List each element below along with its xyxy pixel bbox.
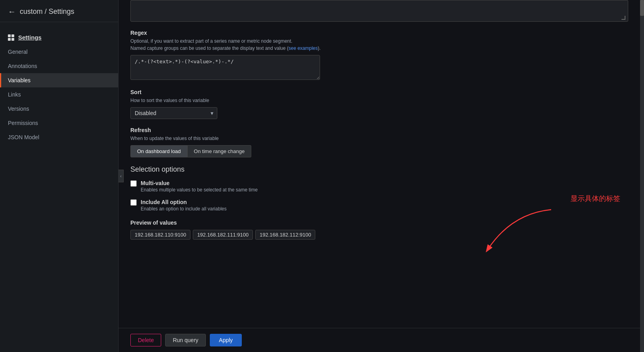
bottom-toolbar: Delete Run query Apply — [119, 328, 640, 352]
preview-title: Preview of values — [130, 220, 628, 226]
multi-value-desc: Enables multiple values to be selected a… — [141, 187, 258, 193]
main-content: ‹ Regex Optional, if you want to extract… — [119, 0, 640, 352]
run-query-button[interactable]: Run query — [165, 334, 206, 346]
sidebar: ← custom / Settings Settings General Ann… — [0, 0, 119, 352]
content-scroll: Regex Optional, if you want to extract p… — [119, 0, 640, 328]
preview-tag-3: 192.168.182.112:9100 — [255, 230, 315, 240]
refresh-label: Refresh — [130, 127, 628, 133]
see-examples-link[interactable]: see examples — [288, 45, 318, 51]
sidebar-item-permissions[interactable]: Permissions — [0, 116, 118, 130]
top-partial-textarea — [130, 0, 628, 22]
regex-input[interactable]: /.*-(?<text>.*)-(?<value>.*)-.*/ — [130, 55, 320, 80]
sidebar-item-links[interactable]: Links — [0, 87, 118, 102]
sidebar-header: ← custom / Settings — [0, 0, 118, 22]
include-all-label: Include All option — [141, 199, 226, 205]
collapse-sidebar-button[interactable]: ‹ — [119, 170, 124, 182]
breadcrumb: custom / Settings — [20, 8, 74, 16]
selection-options-section: Selection options Multi-value Enables mu… — [130, 165, 628, 212]
multi-value-row: Multi-value Enables multiple values to b… — [130, 180, 628, 193]
multi-value-label: Multi-value — [141, 180, 258, 186]
regex-label: Regex — [130, 30, 628, 36]
refresh-desc: When to update the values of this variab… — [130, 135, 628, 142]
include-all-checkbox[interactable] — [130, 199, 137, 206]
back-button[interactable]: ← — [8, 7, 16, 16]
sidebar-item-annotations[interactable]: Annotations — [0, 59, 118, 73]
scrollbar-thumb — [640, 0, 644, 16]
sidebar-nav: Settings General Annotations Variables L… — [0, 22, 118, 152]
refresh-section: Refresh When to update the values of thi… — [130, 127, 628, 157]
regex-section: Regex Optional, if you want to extract p… — [130, 30, 628, 81]
settings-section-title[interactable]: Settings — [0, 30, 118, 45]
sort-select-wrapper: Disabled Alphabetical (asc) Alphabetical… — [130, 107, 217, 119]
preview-tags: 192.168.182.110:9100 192.168.182.111:910… — [130, 230, 628, 240]
sort-desc: How to sort the values of this variable — [130, 97, 628, 104]
sidebar-item-json-model[interactable]: JSON Model — [0, 130, 118, 144]
refresh-btn-group: On dashboard load On time range change — [130, 145, 628, 157]
include-all-desc: Enables an option to include all variabl… — [141, 206, 226, 212]
delete-button[interactable]: Delete — [130, 334, 161, 346]
preview-tag-2: 192.168.182.111:9100 — [193, 230, 253, 240]
right-scrollbar[interactable] — [640, 0, 644, 352]
sort-select[interactable]: Disabled Alphabetical (asc) Alphabetical… — [130, 107, 217, 119]
sidebar-item-versions[interactable]: Versions — [0, 102, 118, 116]
sort-label: Sort — [130, 89, 628, 95]
include-all-row: Include All option Enables an option to … — [130, 199, 628, 212]
regex-desc: Optional, if you want to extract part of… — [130, 38, 628, 52]
apply-button[interactable]: Apply — [210, 334, 242, 346]
sort-section: Sort How to sort the values of this vari… — [130, 89, 628, 119]
preview-section: Preview of values 192.168.182.110:9100 1… — [130, 220, 628, 240]
sidebar-item-variables[interactable]: Variables — [0, 73, 118, 87]
multi-value-checkbox[interactable] — [130, 180, 137, 187]
on-dashboard-load-button[interactable]: On dashboard load — [130, 145, 188, 157]
sidebar-item-general[interactable]: General — [0, 45, 118, 59]
on-time-range-change-button[interactable]: On time range change — [188, 145, 252, 157]
grid-icon — [8, 34, 14, 41]
preview-tag-1: 192.168.182.110:9100 — [130, 230, 190, 240]
selection-options-title: Selection options — [130, 165, 628, 174]
